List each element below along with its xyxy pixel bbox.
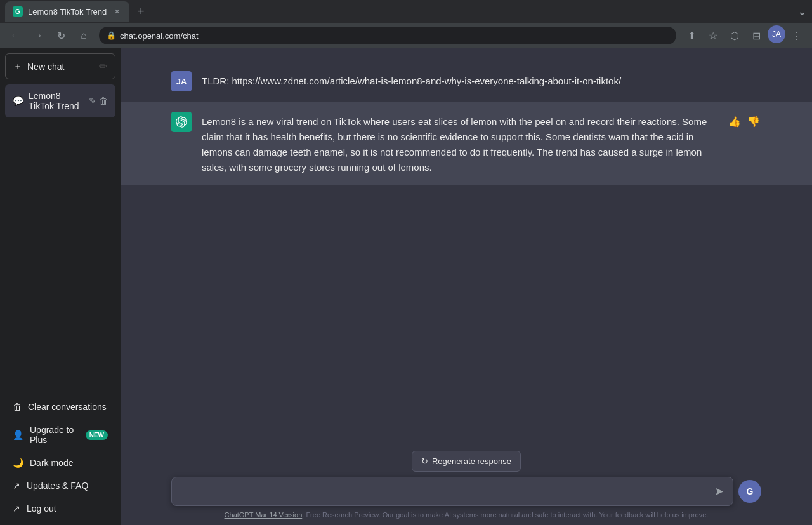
url-text: chat.openai.com/chat: [120, 31, 199, 41]
dark-mode-item[interactable]: 🌙 Dark mode: [5, 451, 115, 474]
chatgpt-version-link[interactable]: ChatGPT Mar 14 Version: [225, 511, 303, 519]
clear-conversations-label: Clear conversations: [28, 402, 107, 412]
chat-item-actions: ✎ 🗑: [89, 96, 108, 106]
split-view-icon[interactable]: ⊟: [746, 25, 766, 46]
external-link-icon: ↗: [13, 481, 20, 491]
nav-actions: ⬆ ☆ ⬡ ⊟ JA ⋮: [681, 25, 807, 46]
updates-label: Updates & FAQ: [27, 481, 88, 491]
thumbs-down-button[interactable]: 👎: [746, 114, 761, 129]
bookmark-share-icon[interactable]: ⬆: [681, 25, 702, 46]
assistant-message-content: Lemon8 is a new viral trend on TikTok wh…: [202, 112, 717, 175]
user-corner-avatar[interactable]: G: [738, 480, 761, 503]
star-icon[interactable]: ☆: [703, 25, 723, 46]
dark-mode-label: Dark mode: [30, 458, 73, 468]
active-tab[interactable]: G Lemon8 TikTok Trend ✕: [5, 1, 129, 22]
send-button[interactable]: ➤: [714, 484, 724, 498]
thumbs-up-button[interactable]: 👍: [727, 114, 742, 129]
regenerate-label: Regenerate response: [432, 456, 511, 466]
regenerate-response-button[interactable]: ↻ Regenerate response: [412, 451, 521, 472]
edit-icon: ✏: [99, 60, 107, 72]
tab-bar-expand[interactable]: ⌄: [797, 4, 807, 18]
tab-title: Lemon8 TikTok Trend: [28, 7, 107, 17]
input-row: ➤ G: [171, 477, 761, 506]
trash-icon: 🗑: [13, 402, 22, 412]
footer-description: . Free Research Preview. Our goal is to …: [302, 511, 708, 519]
back-button[interactable]: ←: [5, 25, 25, 46]
address-bar[interactable]: 🔒 chat.openai.com/chat: [99, 27, 676, 44]
assistant-message-row: Lemon8 is a new viral trend on TikTok wh…: [121, 102, 812, 185]
chat-history-item[interactable]: 💬 Lemon8 TikTok Trend ✎ 🗑: [5, 84, 115, 117]
edit-chat-icon[interactable]: ✎: [89, 96, 96, 106]
user-message-content: TLDR: https://www.zdnet.com/article/what…: [202, 71, 761, 91]
gpt-avatar: [171, 112, 192, 132]
chat-input[interactable]: [181, 484, 709, 499]
chat-bottom: ↻ Regenerate response ➤ G ChatGPT Mar 14…: [121, 443, 812, 525]
user-profile-icon[interactable]: JA: [768, 25, 785, 43]
user-avatar: JA: [171, 71, 192, 91]
sidebar-top: ＋ New chat ✏ 💬 Lemon8 TikTok Trend ✎ 🗑: [0, 48, 121, 390]
forward-button[interactable]: →: [28, 25, 48, 46]
log-out-item[interactable]: ↗ Log out: [5, 497, 115, 520]
tab-favicon: G: [13, 6, 23, 17]
app-container: ＋ New chat ✏ 💬 Lemon8 TikTok Trend ✎ 🗑 🗑…: [0, 48, 812, 525]
user-icon: 👤: [13, 430, 23, 440]
chat-item-title: Lemon8 TikTok Trend: [29, 91, 84, 111]
new-tab-button[interactable]: +: [132, 3, 150, 20]
plus-icon: ＋: [13, 61, 22, 72]
menu-icon[interactable]: ⋮: [787, 25, 807, 46]
chat-messages: JA TLDR: https://www.zdnet.com/article/w…: [121, 48, 812, 443]
tab-bar: G Lemon8 TikTok Trend ✕ + ⌄: [0, 0, 812, 23]
extensions-icon[interactable]: ⬡: [724, 25, 745, 46]
upgrade-label: Upgrade to Plus: [30, 425, 79, 445]
nav-bar: ← → ↻ ⌂ 🔒 chat.openai.com/chat ⬆ ☆ ⬡ ⊟ J…: [0, 23, 812, 48]
clear-conversations-item[interactable]: 🗑 Clear conversations: [5, 395, 115, 418]
chat-icon: 💬: [13, 96, 23, 106]
tab-close-button[interactable]: ✕: [112, 6, 122, 17]
message-actions: 👍 👎: [727, 112, 761, 175]
reload-button[interactable]: ↻: [51, 25, 71, 46]
footer-text: ChatGPT Mar 14 Version. Free Research Pr…: [225, 511, 709, 522]
upgrade-to-plus-item[interactable]: 👤 Upgrade to Plus NEW: [5, 418, 115, 451]
chat-input-wrapper: ➤: [171, 477, 733, 506]
home-button[interactable]: ⌂: [74, 25, 94, 46]
user-message-row: JA TLDR: https://www.zdnet.com/article/w…: [121, 61, 812, 102]
delete-chat-icon[interactable]: 🗑: [99, 96, 108, 106]
sidebar-bottom: 🗑 Clear conversations 👤 Upgrade to Plus …: [0, 390, 121, 525]
new-chat-label: New chat: [27, 62, 64, 72]
new-badge: NEW: [86, 430, 108, 440]
updates-faq-item[interactable]: ↗ Updates & FAQ: [5, 474, 115, 497]
log-out-label: Log out: [27, 503, 56, 514]
sidebar: ＋ New chat ✏ 💬 Lemon8 TikTok Trend ✎ 🗑 🗑…: [0, 48, 121, 525]
moon-icon: 🌙: [13, 458, 23, 468]
logout-icon: ↗: [13, 503, 20, 514]
lock-icon: 🔒: [107, 31, 116, 40]
new-chat-button[interactable]: ＋ New chat ✏: [5, 53, 115, 79]
browser-chrome: G Lemon8 TikTok Trend ✕ + ⌄ ← → ↻ ⌂ 🔒 ch…: [0, 0, 812, 48]
regenerate-icon: ↻: [421, 456, 428, 466]
main-chat-area: JA TLDR: https://www.zdnet.com/article/w…: [121, 48, 812, 525]
